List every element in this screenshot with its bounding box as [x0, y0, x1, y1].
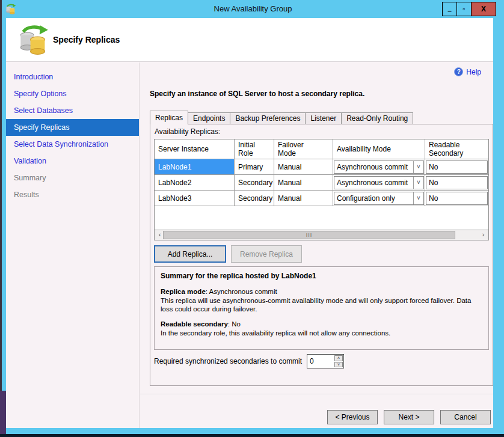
- tab-listener[interactable]: Listener: [306, 112, 342, 124]
- previous-button[interactable]: < Previous: [327, 410, 378, 424]
- scrollbar-thumb[interactable]: III: [163, 231, 455, 239]
- quantity-stepper-input[interactable]: [307, 355, 334, 368]
- grid-button-row: Add Replica... Remove Replica: [154, 245, 302, 263]
- readable-secondary-dropdown[interactable]: No: [426, 176, 488, 189]
- footer-divider: [140, 394, 493, 394]
- sidebar-item-results: Results: [6, 186, 139, 203]
- help-link[interactable]: ? Help: [454, 67, 481, 76]
- tab-replicas[interactable]: Replicas: [150, 111, 188, 124]
- quorum-row: Required synchronized secondaries to com…: [154, 354, 344, 368]
- availability-mode-dropdown[interactable]: Asynchronous commit ˅: [334, 160, 424, 174]
- readable-secondary-dropdown[interactable]: No: [426, 192, 488, 205]
- summary-title: Summary for the replica hosted by LabNod…: [161, 272, 482, 281]
- sidebar-item-validation[interactable]: Validation: [6, 153, 139, 170]
- sidebar-item-specify-replicas[interactable]: Specify Replicas: [6, 119, 139, 136]
- readable-secondary-dropdown[interactable]: No: [426, 160, 488, 174]
- cell-failover-mode: Manual: [274, 175, 333, 191]
- summary-readable-description: In the secondary role, this availability…: [161, 329, 390, 337]
- quorum-label: Required synchronized secondaries to com…: [154, 357, 307, 365]
- cell-initial-role: Primary: [235, 159, 274, 175]
- wizard-page-content: ? Help Specify an instance of SQL Server…: [140, 63, 493, 428]
- cell-server-instance[interactable]: LabNode2: [155, 175, 235, 191]
- close-icon: X: [481, 5, 486, 13]
- window-body: Specify Replicas Introduction Specify Op…: [6, 18, 493, 428]
- chevron-down-icon: ˅: [413, 192, 423, 204]
- spin-down-icon[interactable]: ˅: [334, 362, 343, 368]
- cancel-button[interactable]: Cancel: [440, 410, 491, 424]
- chevron-down-icon: ˅: [413, 161, 423, 173]
- sidebar-item-summary: Summary: [6, 170, 139, 186]
- availability-mode-dropdown[interactable]: Asynchronous commit ˅: [334, 176, 424, 189]
- sidebar-item-specify-options[interactable]: Specify Options: [6, 85, 139, 102]
- replica-summary-box: Summary for the replica hosted by LabNod…: [154, 266, 489, 350]
- column-header-initial-role: Initial Role: [235, 139, 274, 159]
- minimize-button[interactable]: –: [442, 2, 456, 16]
- next-button[interactable]: Next >: [384, 410, 434, 424]
- desktop-background-patch: [0, 391, 6, 434]
- minimize-icon: –: [447, 7, 452, 15]
- required-secondaries-spinner: ˄ ˅: [307, 354, 344, 368]
- screen-bottom-edge: [0, 434, 504, 437]
- column-header-availability-mode: Availability Mode: [333, 139, 425, 159]
- column-header-server-instance: Server Instance: [155, 139, 235, 159]
- wizard-header: Specify Replicas: [6, 18, 493, 62]
- screen-left-edge: [0, 0, 2, 437]
- add-replica-button[interactable]: Add Replica...: [154, 245, 226, 263]
- tab-read-only-routing[interactable]: Read-Only Routing: [342, 112, 413, 124]
- availability-replicas-grid: Server Instance Initial Role Failover Mo…: [154, 139, 489, 240]
- column-header-failover-mode: Failover Mode: [274, 139, 333, 159]
- tab-strip: Replicas Endpoints Backup Preferences Li…: [150, 111, 413, 124]
- summary-readable-secondary: Readable secondary: No In the secondary …: [161, 320, 482, 338]
- table-row[interactable]: LabNode3 Secondary Manual Configuration …: [155, 191, 488, 206]
- chevron-down-icon: ˅: [413, 177, 423, 189]
- summary-replica-mode: Replica mode: Asynchronous commit This r…: [161, 287, 482, 314]
- grid-header-row: Server Instance Initial Role Failover Mo…: [155, 139, 488, 159]
- cell-initial-role: Secondary: [235, 175, 274, 191]
- cell-server-instance[interactable]: LabNode3: [155, 191, 235, 206]
- cell-failover-mode: Manual: [274, 159, 333, 175]
- new-availability-group-window: New Availability Group – ▫ X Specify Rep…: [0, 0, 504, 437]
- tab-endpoints[interactable]: Endpoints: [188, 112, 230, 124]
- sidebar-item-select-databases[interactable]: Select Databases: [6, 102, 139, 119]
- horizontal-scrollbar[interactable]: ‹ III ›: [155, 230, 488, 240]
- cell-initial-role: Secondary: [235, 191, 274, 206]
- remove-replica-button: Remove Replica: [231, 245, 302, 263]
- footer-button-row: < Previous Next > Cancel: [327, 410, 491, 424]
- close-button[interactable]: X: [471, 2, 496, 16]
- window-controls: – ▫ X: [442, 2, 496, 16]
- specify-replicas-icon: [18, 24, 49, 55]
- sidebar-item-introduction[interactable]: Introduction: [6, 69, 139, 85]
- page-title: Specify Replicas: [53, 35, 120, 44]
- title-bar[interactable]: New Availability Group – ▫ X: [2, 0, 504, 18]
- sidebar-item-select-data-synchronization[interactable]: Select Data Synchronization: [6, 136, 139, 153]
- maximize-button[interactable]: ▫: [456, 2, 471, 16]
- table-row[interactable]: LabNode1 Primary Manual Asynchronous com…: [155, 159, 488, 175]
- spinner-buttons: ˄ ˅: [334, 355, 343, 368]
- page-instruction: Specify an instance of SQL Server to hos…: [150, 90, 364, 98]
- replicas-tab-panel: Availability Replicas: Server Instance I…: [150, 124, 493, 386]
- column-header-readable-secondary: Readable Secondary: [425, 139, 488, 159]
- availability-replicas-label: Availability Replicas:: [155, 127, 220, 136]
- cell-server-instance[interactable]: LabNode1: [155, 159, 235, 175]
- tab-backup-preferences[interactable]: Backup Preferences: [230, 112, 306, 124]
- availability-mode-dropdown[interactable]: Configuration only ˅: [334, 192, 424, 205]
- spin-up-icon[interactable]: ˄: [334, 355, 343, 361]
- help-label: Help: [466, 68, 481, 76]
- help-icon: ?: [454, 67, 463, 76]
- wizard-steps-sidebar: Introduction Specify Options Select Data…: [6, 63, 140, 428]
- scroll-right-icon[interactable]: ›: [478, 230, 488, 240]
- summary-replica-mode-description: This replica will use asynchronous-commi…: [161, 297, 471, 313]
- cell-failover-mode: Manual: [274, 191, 333, 206]
- table-row[interactable]: LabNode2 Secondary Manual Asynchronous c…: [155, 175, 488, 191]
- maximize-icon: ▫: [463, 5, 465, 13]
- window-title: New Availability Group: [2, 0, 504, 18]
